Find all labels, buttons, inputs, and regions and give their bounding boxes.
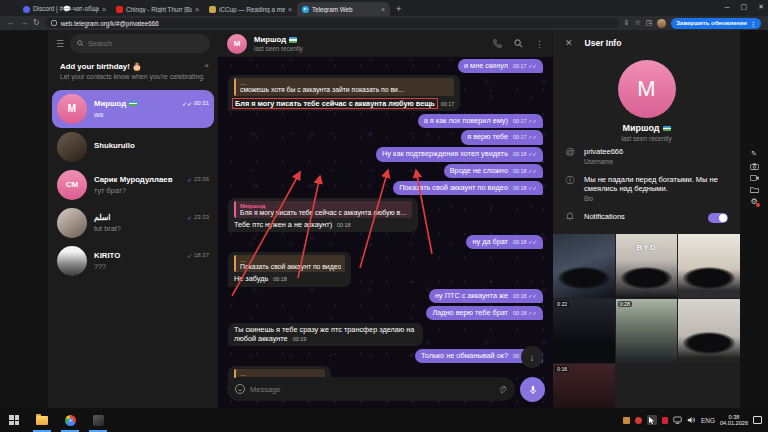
folder-icon[interactable] <box>750 186 759 193</box>
settings-gear-icon[interactable]: ⚙ <box>750 198 757 206</box>
taskbar-clock[interactable]: 0:38 04.01.2026 <box>720 414 748 427</box>
media-photo[interactable] <box>678 299 740 363</box>
tab-close-icon[interactable]: × <box>195 6 199 13</box>
bookmark-star-icon[interactable]: ☆ <box>634 19 640 27</box>
message-bubble[interactable]: Ну как подтверждения хотел увидеть00:18 … <box>376 147 543 161</box>
profile-avatar[interactable]: M <box>618 60 676 118</box>
message-bubble[interactable]: Показать свой аккаунт по видео00:18 ✓✓ <box>393 181 543 195</box>
media-photo[interactable] <box>678 234 740 298</box>
bio-row[interactable]: ⓘ Мы не падали перед богатыми. Мы не сме… <box>553 170 740 207</box>
chat-list-item-sarik[interactable]: СМ Сарик Муродуллаев ✓23:36 тут брат? <box>52 166 214 204</box>
tray-app-icon[interactable] <box>623 417 630 424</box>
windows-logo-icon <box>9 415 19 425</box>
media-photo[interactable] <box>553 234 615 298</box>
close-icon[interactable]: ✕ <box>565 38 573 48</box>
tray-shield-icon[interactable] <box>662 417 668 424</box>
chat-name: KIRITO <box>94 251 187 260</box>
username-row[interactable]: @ privatee666 Username <box>553 142 740 170</box>
read-ticks: ✓ <box>187 176 192 183</box>
message-bubble[interactable]: а я как лох поверил ему)00:17 ✓✓ <box>418 114 543 128</box>
minimize-button[interactable]: ─ <box>725 4 730 11</box>
discord-favicon <box>23 6 30 13</box>
taskbar-app[interactable] <box>84 408 112 432</box>
chat-header-avatar[interactable]: M <box>227 34 247 54</box>
tab-youtube[interactable]: Chingy - Right Thurr [Bass... × <box>111 2 204 16</box>
video-record-icon[interactable] <box>750 175 759 181</box>
banner-close-icon[interactable]: × <box>204 61 209 70</box>
start-button[interactable] <box>0 408 28 432</box>
install-app-icon[interactable]: ⇩ <box>624 19 630 27</box>
tab-iccup[interactable]: iCCup — Reading a message fr... × <box>204 2 297 16</box>
search-input[interactable] <box>88 39 158 48</box>
extensions-icon[interactable]: ◳ <box>646 19 653 27</box>
tab-close-icon[interactable]: × <box>381 6 385 13</box>
taskbar-file-explorer[interactable] <box>28 408 56 432</box>
more-options-icon[interactable]: ⋮ <box>535 39 544 49</box>
message-bubble[interactable]: … Показать свой аккаунт по видео Не забу… <box>228 252 351 287</box>
tray-cursor-icon[interactable] <box>647 415 657 425</box>
media-video[interactable]: 0:16 <box>553 364 615 409</box>
media-photo[interactable]: BYD <box>616 234 678 298</box>
forward-button[interactable]: → <box>20 19 28 27</box>
close-button[interactable]: ✕ <box>758 3 764 11</box>
scroll-to-bottom-button[interactable]: ↓ <box>521 346 543 368</box>
screenshot-camera-icon[interactable] <box>750 163 759 170</box>
message-bubble[interactable]: Вроде не сложно00:18 ✓✓ <box>444 164 543 178</box>
browser-profile-avatar[interactable] <box>657 19 666 28</box>
tray-record-icon[interactable] <box>635 417 642 424</box>
action-center-icon[interactable] <box>753 416 762 424</box>
message-bubble[interactable]: ну ПТС с аккаунта же00:18 ✓✓ <box>429 289 543 303</box>
voice-record-button[interactable] <box>520 377 545 402</box>
finish-update-button[interactable]: Завершить обновление ⋮ <box>671 18 761 29</box>
notifications-toggle[interactable] <box>708 213 728 223</box>
toolbar-actions: ⇩ ☆ ◳ Завершить обновление ⋮ <box>624 18 761 29</box>
tab-close-icon[interactable]: × <box>288 6 292 13</box>
read-ticks: ✓✓ <box>182 100 192 107</box>
reply-quote[interactable]: Миршод Бля я могу писать тебе сейчас с а… <box>234 201 412 219</box>
menu-icon[interactable]: ☰ <box>56 39 64 49</box>
birthday-banner[interactable]: Add your birthday! 🎂 Let your contacts k… <box>54 58 212 86</box>
message-bubble-highlighted[interactable]: … сможешь хотя бы с аккаунта зайти показ… <box>228 75 460 111</box>
tab-telegram-active[interactable]: Telegram Web × <box>297 2 390 16</box>
message-bubble[interactable]: Миршод Бля я могу писать тебе сейчас с а… <box>228 198 418 233</box>
chat-list-item-aslam[interactable]: اسلم ✓23:33 tut brat? <box>52 204 214 242</box>
message-bubble[interactable]: я верю тебе00:17 ✓✓ <box>461 130 543 144</box>
pencil-icon[interactable]: ✎ <box>751 150 757 158</box>
chat-list-item-mirshod[interactable]: M Миршод ✓✓00:31 wa <box>52 90 214 128</box>
media-video[interactable]: 0:22 <box>553 299 615 363</box>
search-icon[interactable] <box>514 39 523 48</box>
chrome-menu-icon[interactable]: ⋮ <box>750 20 756 27</box>
chat-header[interactable]: M Миршод last seen recently ⋮ <box>218 30 553 57</box>
address-bar[interactable]: web.telegram.org/k/#@privatee666 <box>45 18 619 28</box>
reply-quote[interactable]: … Показать свой аккаунт по видео <box>234 255 345 273</box>
network-icon[interactable] <box>673 416 682 424</box>
tab-discord[interactable]: Discord | #💬-чат-общый | iCC... × <box>18 2 111 16</box>
new-tab-button[interactable]: + <box>396 2 401 16</box>
message-bubble[interactable]: и мне скинул00:17 ✓✓ <box>458 59 543 73</box>
search-box[interactable] <box>70 34 210 53</box>
message-input[interactable] <box>250 385 493 394</box>
message-input-bar[interactable] <box>227 377 515 401</box>
chat-preview: тут брат? <box>94 186 209 195</box>
avatar: СМ <box>57 170 87 200</box>
reload-button[interactable]: ↻ <box>33 19 40 27</box>
notifications-row[interactable]: Notifications <box>553 207 740 228</box>
speaker-icon[interactable] <box>687 416 696 424</box>
windows-taskbar: ENG 0:38 04.01.2026 <box>0 408 768 432</box>
message-bubble[interactable]: Ладно верю тебе брат00:18 ✓✓ <box>426 306 543 320</box>
chat-list-item-shukurullo[interactable]: Shukurullo <box>52 128 214 166</box>
media-video[interactable]: 0:28 <box>616 299 678 363</box>
browser-tab-strip: Discord | #💬-чат-общый | iCC... × Chingy… <box>0 0 768 16</box>
message-bubble[interactable]: Ты скинешь я тебе сразу же птс трансфер … <box>228 323 423 347</box>
emoji-icon[interactable] <box>235 384 245 394</box>
chat-list-item-kirito[interactable]: KIRITO ✓18:37 ??? <box>52 242 214 280</box>
attach-icon[interactable] <box>498 385 507 394</box>
maximize-button[interactable]: ▢ <box>741 3 748 11</box>
call-icon[interactable] <box>493 39 502 48</box>
language-indicator[interactable]: ENG <box>701 417 715 424</box>
back-button[interactable]: ← <box>7 19 15 27</box>
tab-close-icon[interactable]: × <box>102 6 106 13</box>
message-bubble[interactable]: ну да брат00:18 ✓✓ <box>466 235 543 249</box>
taskbar-chrome[interactable] <box>56 408 84 432</box>
reply-quote[interactable]: … сможешь хотя бы с аккаунта зайти показ… <box>234 78 454 96</box>
